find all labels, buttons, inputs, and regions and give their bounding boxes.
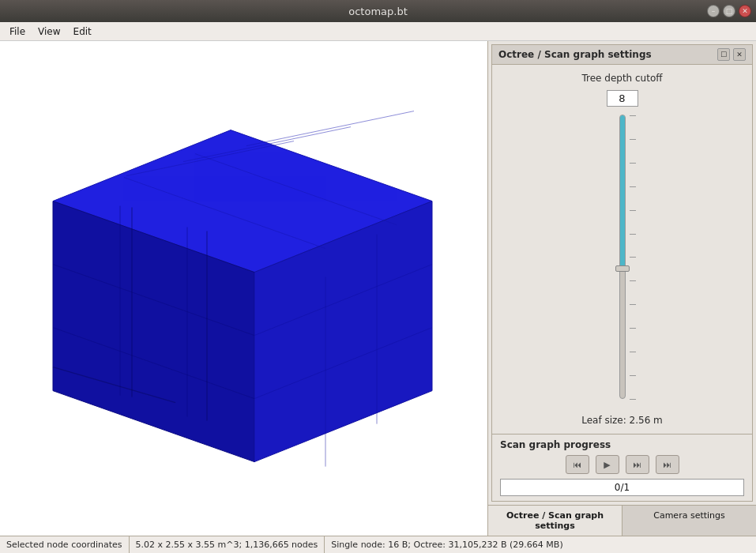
- main-content: Octree / Scan graph settings ☐ ✕ Tree de…: [0, 41, 756, 536]
- playback-play-button[interactable]: ▶: [596, 455, 619, 474]
- depth-slider-container[interactable]: [607, 115, 638, 408]
- depth-cutoff-section: Tree depth cutoff 8: [492, 65, 752, 434]
- svg-line-8: [246, 111, 414, 146]
- tab-camera-settings[interactable]: Camera settings: [622, 506, 756, 536]
- maximize-button[interactable]: □: [723, 5, 735, 17]
- tick-7: [630, 257, 636, 258]
- settings-header-icons: ☐ ✕: [717, 48, 746, 61]
- scan-graph-section: Scan graph progress ⏮ ▶ ⏭ ⏭ 0/1: [492, 434, 752, 501]
- titlebar: octomap.bt – □ ✕: [0, 0, 756, 22]
- float-icon[interactable]: ☐: [717, 48, 730, 61]
- scan-progress-display: 0/1: [500, 479, 744, 496]
- tick-2: [630, 139, 636, 140]
- tick-11: [630, 352, 636, 352]
- statusbar: Selected node coordinates 5.02 x 2.55 x …: [0, 536, 756, 553]
- tick-5: [630, 210, 636, 211]
- menu-view[interactable]: View: [32, 24, 66, 39]
- close-button[interactable]: ✕: [739, 5, 751, 17]
- depth-slider-thumb[interactable]: [615, 265, 630, 272]
- settings-panel-title: Octree / Scan graph settings: [498, 49, 652, 60]
- depth-slider-fill: [620, 115, 625, 271]
- menubar: File View Edit: [0, 22, 756, 41]
- tick-9: [630, 304, 636, 305]
- tick-3: [630, 163, 636, 164]
- tab-bar: Octree / Scan graph settings Camera sett…: [488, 505, 756, 536]
- depth-value-input[interactable]: 8: [607, 90, 638, 107]
- tick-4: [630, 186, 636, 187]
- playback-forward-button[interactable]: ⏭: [626, 455, 649, 474]
- cube-svg: [9, 107, 436, 486]
- tick-1: [630, 115, 636, 116]
- window-title: octomap.bt: [348, 6, 408, 17]
- settings-panel: Octree / Scan graph settings ☐ ✕ Tree de…: [491, 44, 753, 502]
- playback-controls: ⏮ ▶ ⏭ ⏭: [500, 455, 744, 474]
- status-segment-1: Selected node coordinates: [0, 536, 130, 553]
- tick-6: [630, 234, 636, 235]
- depth-slider-track[interactable]: [619, 115, 626, 399]
- tick-12: [630, 375, 636, 376]
- tab-octree-settings[interactable]: Octree / Scan graph settings: [488, 506, 622, 536]
- scan-graph-label: Scan graph progress: [500, 439, 744, 450]
- leaf-size-label: Leaf size: 2.56 m: [581, 415, 663, 426]
- window-controls: – □ ✕: [707, 5, 751, 17]
- menu-file[interactable]: File: [3, 24, 32, 39]
- status-segment-3: Single node: 16 B; Octree: 31,105,232 B …: [325, 536, 569, 553]
- minimize-button[interactable]: –: [707, 5, 720, 17]
- right-panel: Octree / Scan graph settings ☐ ✕ Tree de…: [487, 41, 756, 536]
- 3d-cube: [9, 107, 436, 486]
- playback-rewind-button[interactable]: ⏮: [566, 455, 589, 474]
- status-segment-2: 5.02 x 2.55 x 3.55 m^3; 1,136,665 nodes: [130, 536, 325, 553]
- close-panel-icon[interactable]: ✕: [733, 48, 746, 61]
- tick-8: [630, 280, 636, 281]
- menu-edit[interactable]: Edit: [67, 24, 98, 39]
- settings-header: Octree / Scan graph settings ☐ ✕: [492, 45, 752, 65]
- playback-skip-button[interactable]: ⏭: [656, 455, 679, 474]
- depth-cutoff-label: Tree depth cutoff: [581, 73, 662, 84]
- viewport-3d[interactable]: [0, 41, 487, 536]
- slider-ticks: [630, 115, 636, 400]
- tick-10: [630, 328, 636, 329]
- tick-13: [630, 399, 636, 400]
